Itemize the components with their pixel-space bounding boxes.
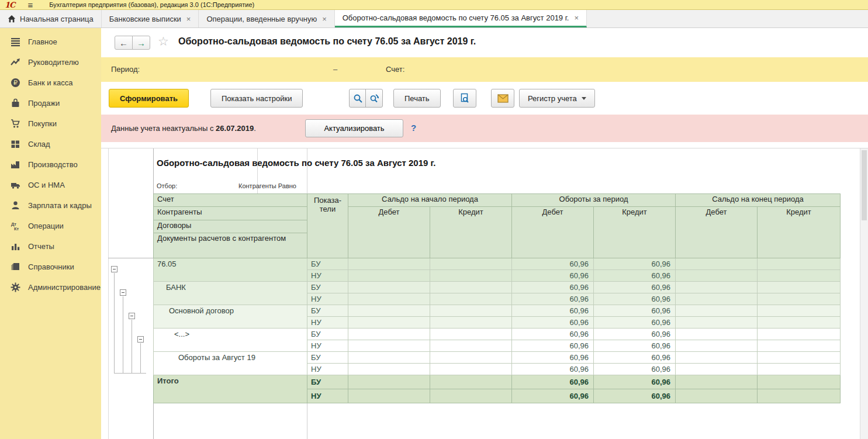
sidebar-item-purchases[interactable]: Покупки: [0, 113, 101, 134]
cell-empty[interactable]: [348, 282, 430, 293]
cell-empty[interactable]: [348, 340, 430, 352]
sidebar-item-warehouse[interactable]: Склад: [0, 134, 101, 154]
cell-turnover-debit[interactable]: 60,96: [512, 293, 594, 305]
header-debit[interactable]: Дебет: [348, 207, 430, 258]
sidebar-item-sales[interactable]: Продажи: [0, 93, 101, 113]
cell-turnover-debit[interactable]: 60,96: [512, 305, 594, 317]
cell-empty[interactable]: [430, 352, 512, 364]
cell-empty[interactable]: [348, 375, 430, 389]
cell-empty[interactable]: [348, 258, 430, 270]
tab-bank-statements[interactable]: Банковские выписки ×: [102, 10, 199, 27]
cell-turnover-debit[interactable]: 60,96: [512, 282, 594, 293]
cell-empty[interactable]: [676, 258, 758, 270]
cell-turnover-debit[interactable]: 60,96: [512, 364, 594, 375]
cell-empty[interactable]: [758, 258, 841, 270]
cell-empty[interactable]: [348, 364, 430, 375]
cell-turnover-credit[interactable]: 60,96: [594, 282, 676, 293]
sidebar-item-reports[interactable]: Отчеты: [0, 236, 101, 257]
cell-empty[interactable]: [676, 270, 758, 282]
header-dimension[interactable]: Документы расчетов с контрагентом: [154, 233, 307, 258]
cell-empty[interactable]: [348, 270, 430, 282]
cell-turnover-credit[interactable]: 60,96: [594, 375, 676, 389]
cell-indicator[interactable]: БУ: [307, 375, 348, 389]
header-credit[interactable]: Кредит: [758, 207, 841, 258]
cell-empty[interactable]: [676, 389, 758, 403]
cell-empty[interactable]: [430, 375, 512, 389]
header-credit[interactable]: Кредит: [594, 207, 676, 258]
cell-empty[interactable]: [758, 317, 841, 329]
cell-empty[interactable]: [758, 270, 841, 282]
cell-empty[interactable]: [348, 293, 430, 305]
show-settings-button[interactable]: Показать настройки: [210, 89, 303, 108]
cell-empty[interactable]: [430, 293, 512, 305]
cell-turnover-debit[interactable]: 60,96: [512, 352, 594, 364]
cell-empty[interactable]: [430, 282, 512, 293]
sidebar-item-fixed-assets[interactable]: ОС и НМА: [0, 175, 101, 195]
cell-indicator[interactable]: НУ: [307, 317, 348, 329]
collapse-group-button[interactable]: [129, 313, 135, 319]
cell-turnover-debit[interactable]: 60,96: [512, 375, 594, 389]
cell-empty[interactable]: [430, 364, 512, 375]
cell-empty[interactable]: [676, 329, 758, 340]
send-email-button[interactable]: [491, 89, 514, 108]
header-dimension[interactable]: Счет: [154, 194, 307, 207]
close-icon[interactable]: ×: [322, 15, 327, 23]
cell-indicator[interactable]: БУ: [307, 282, 348, 293]
close-icon[interactable]: ×: [186, 15, 191, 23]
header-indicators[interactable]: Показа-тели: [307, 194, 348, 258]
close-icon[interactable]: ×: [574, 13, 579, 22]
cell-indicator[interactable]: НУ: [307, 340, 348, 352]
cell-turnover-debit[interactable]: 60,96: [512, 340, 594, 352]
cell-turnover-credit[interactable]: 60,96: [594, 352, 676, 364]
favorite-star-icon[interactable]: ☆: [158, 34, 169, 49]
cell-empty[interactable]: [676, 340, 758, 352]
cell-turnover-credit[interactable]: 60,96: [594, 270, 676, 282]
cell-turnover-credit[interactable]: 60,96: [594, 305, 676, 317]
cell-turnover-debit[interactable]: 60,96: [512, 389, 594, 403]
cell-empty[interactable]: [430, 305, 512, 317]
print-button[interactable]: Печать: [393, 89, 441, 108]
cell-turnover-credit[interactable]: 60,96: [594, 317, 676, 329]
cell-empty[interactable]: [348, 389, 430, 403]
header-debit[interactable]: Дебет: [676, 207, 758, 258]
cell-indicator[interactable]: НУ: [307, 270, 348, 282]
cell-turnover-credit[interactable]: 60,96: [594, 258, 676, 270]
cell-empty[interactable]: [348, 317, 430, 329]
sidebar-item-manager[interactable]: Руководителю: [0, 52, 101, 72]
tab-turnover-balance-report[interactable]: Оборотно-сальдовая ведомость по счету 76…: [335, 10, 587, 27]
accounting-register-button[interactable]: Регистр учета: [519, 89, 595, 108]
cell-turnover-debit[interactable]: 60,96: [512, 258, 594, 270]
cell-empty[interactable]: [758, 293, 841, 305]
cell-empty[interactable]: [758, 305, 841, 317]
cell-indicator[interactable]: НУ: [307, 389, 348, 403]
collapse-group-button[interactable]: [111, 266, 117, 272]
header-dimension[interactable]: Договоры: [154, 220, 307, 233]
sidebar-item-bank-cash[interactable]: ₽ Банк и касса: [0, 72, 101, 93]
cell-empty[interactable]: [430, 340, 512, 352]
cell-turnover-credit[interactable]: 60,96: [594, 389, 676, 403]
vertical-scrollbar[interactable]: [860, 148, 868, 439]
cell-empty[interactable]: [758, 375, 841, 389]
cell-empty[interactable]: [676, 375, 758, 389]
cell-empty[interactable]: [676, 293, 758, 305]
header-saldo-start[interactable]: Сальдо на начало периода: [348, 194, 512, 207]
cell-empty[interactable]: [758, 340, 841, 352]
cell-empty[interactable]: [348, 305, 430, 317]
cell-indicator[interactable]: БУ: [307, 258, 348, 270]
cell-empty[interactable]: [676, 317, 758, 329]
cell-empty[interactable]: [348, 352, 430, 364]
cell-empty[interactable]: [676, 364, 758, 375]
cell-empty[interactable]: [758, 364, 841, 375]
back-button[interactable]: ←: [115, 36, 133, 50]
sidebar-item-salary-hr[interactable]: Зарплата и кадры: [0, 195, 101, 216]
header-debit[interactable]: Дебет: [512, 207, 594, 258]
row-counterparty[interactable]: БАНК: [154, 282, 307, 305]
sidebar-item-administration[interactable]: Администрирование: [0, 277, 101, 298]
cell-turnover-debit[interactable]: 60,96: [512, 329, 594, 340]
cell-turnover-credit[interactable]: 60,96: [594, 340, 676, 352]
scrollbar-thumb[interactable]: [862, 150, 867, 220]
header-saldo-end[interactable]: Сальдо на конец периода: [676, 194, 841, 207]
row-document[interactable]: <...>: [154, 329, 307, 352]
cell-empty[interactable]: [758, 389, 841, 403]
row-total[interactable]: Итого: [154, 375, 307, 403]
